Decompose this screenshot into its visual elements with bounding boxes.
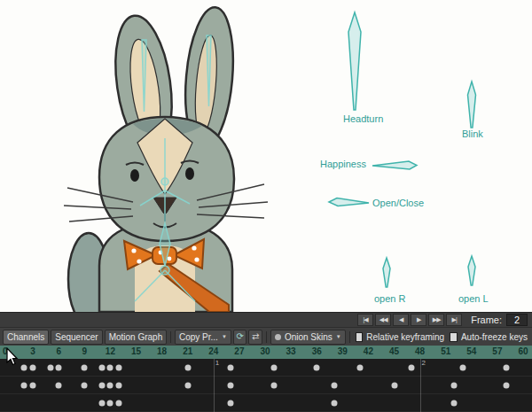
keyframe-dot[interactable] [391, 383, 397, 389]
open-l-control[interactable] [468, 256, 475, 285]
blink-control[interactable] [468, 82, 476, 128]
keyframe-dot[interactable] [451, 400, 458, 407]
keyframe-dot[interactable] [82, 365, 88, 371]
relative-keyframing-checkbox[interactable] [356, 332, 364, 342]
headturn-control[interactable] [348, 12, 361, 110]
open-r-label: open R [374, 293, 405, 304]
chevron-down-icon: ▼ [336, 334, 341, 339]
copy-previous-dropdown[interactable]: Copy Pr... ▼ [175, 330, 231, 345]
openclose-control[interactable] [329, 198, 369, 206]
frame-ruler[interactable]: 03691215182124273033363942454851545760 [0, 346, 532, 359]
ruler-number: 15 [131, 346, 141, 356]
ruler-number: 9 [82, 346, 88, 356]
keyframe-dot[interactable] [228, 365, 234, 371]
onion-skins-label: Onion Skins [285, 332, 332, 342]
ruler-number: 24 [208, 346, 218, 356]
ruler-number: 21 [183, 346, 192, 356]
keyframe-dot[interactable] [116, 400, 122, 407]
keyframe-dot[interactable] [107, 365, 113, 371]
keyframe-dot[interactable] [30, 383, 36, 389]
transport-buttons: |◀◀◀◀▶▶▶▶| [357, 314, 462, 326]
open-r-control[interactable] [383, 258, 390, 287]
step-back-button[interactable]: ◀ [393, 314, 409, 326]
ruler-number: 42 [364, 346, 373, 356]
tab-sequencer[interactable]: Sequencer [51, 330, 102, 345]
ruler-number: 48 [415, 346, 425, 356]
keyframe-dot[interactable] [228, 383, 234, 389]
keyframe-dot[interactable] [30, 365, 36, 371]
keyframe-dot[interactable] [107, 383, 113, 389]
onion-skin-icon [275, 334, 281, 340]
keyframe-dot[interactable] [184, 365, 191, 371]
keyframe-dot[interactable] [460, 365, 466, 371]
swap-icon[interactable]: ⇄ [248, 330, 262, 345]
toolbar-divider [349, 331, 350, 343]
keyframe-dot[interactable] [21, 383, 27, 389]
keyframe-dot[interactable] [408, 365, 414, 371]
eye-right [185, 167, 194, 180]
blink-label: Blink [462, 128, 483, 139]
keyframe-dot[interactable] [116, 383, 122, 389]
timeline-toolbar: Channels Sequencer Motion Graph Copy Pr.… [0, 327, 532, 346]
onion-skins-dropdown[interactable]: Onion Skins ▼ [270, 330, 346, 345]
keyframe-dot[interactable] [503, 365, 509, 371]
keyframe-dot[interactable] [228, 400, 234, 407]
tab-channels[interactable]: Channels [3, 330, 49, 345]
keyframe-dot[interactable] [56, 365, 62, 371]
ruler-number: 6 [56, 346, 61, 356]
beat-marker: 2 [420, 359, 421, 412]
jump-end-button[interactable]: ▶| [446, 314, 462, 326]
keyframe-dot[interactable] [184, 383, 191, 389]
keyframe-dot[interactable] [21, 365, 27, 371]
keyframe-dot[interactable] [270, 365, 277, 371]
toolbar-divider [170, 331, 171, 343]
ruler-number: 18 [157, 346, 167, 356]
keyframe-dot[interactable] [116, 365, 122, 371]
ruler-number: 57 [492, 346, 502, 356]
keyframe-dot[interactable] [98, 383, 105, 389]
canvas-area[interactable]: Headturn Blink Happiness Open/Close open… [0, 0, 532, 312]
copy-previous-label: Copy Pr... [179, 332, 218, 342]
ruler-number: 51 [441, 346, 450, 356]
ruler-number: 33 [286, 346, 296, 356]
mouse-cursor [5, 347, 20, 367]
keyframe-dot[interactable] [331, 383, 337, 389]
keyframe-dot[interactable] [270, 383, 277, 389]
openclose-label: Open/Close [372, 198, 424, 208]
keyframe-dot[interactable] [98, 400, 105, 407]
keyframe-dot[interactable] [107, 400, 113, 407]
fast-forward-button[interactable]: ▶▶ [428, 314, 444, 326]
keyframe-dot[interactable] [82, 383, 88, 389]
transport-bar: |◀◀◀◀▶▶▶▶| Frame: 2 [0, 312, 532, 327]
jump-start-button[interactable]: |◀ [357, 314, 373, 326]
keyframe-dot[interactable] [314, 365, 320, 371]
happiness-label: Happiness [320, 159, 366, 169]
keyframe-dot[interactable] [503, 383, 509, 389]
keyframe-dot[interactable] [451, 383, 458, 389]
eye-left [130, 169, 139, 182]
canvas-artwork [0, 0, 532, 312]
rewind-button[interactable]: ◀◀ [375, 314, 391, 326]
toolbar-divider [266, 331, 267, 343]
beat-marker: 1 [214, 359, 215, 412]
auto-freeze-checkbox[interactable] [450, 332, 458, 342]
rabbit-character[interactable] [64, 5, 268, 312]
keyframe-dot[interactable] [98, 365, 105, 371]
relative-keyframing-label: Relative keyframing [366, 332, 444, 342]
ruler-number: 12 [106, 346, 115, 356]
ruler-number: 30 [260, 346, 270, 356]
auto-freeze-label: Auto-freeze keys [461, 332, 528, 342]
happiness-control[interactable] [372, 161, 417, 169]
frame-number-field[interactable]: 2 [506, 314, 528, 326]
keyframe-dot[interactable] [56, 383, 62, 389]
frame-label: Frame: [471, 315, 502, 325]
keyframe-dot[interactable] [331, 400, 337, 407]
keyframe-dot[interactable] [356, 365, 363, 371]
keyframe-dot[interactable] [47, 365, 53, 371]
tab-motion-graph[interactable]: Motion Graph [105, 330, 168, 345]
step-forward-button[interactable]: ▶ [411, 314, 426, 326]
keyframe-tracks[interactable]: 12 [0, 359, 532, 412]
cycle-icon[interactable]: ⟳ [233, 330, 247, 345]
ruler-number: 36 [312, 346, 322, 356]
chevron-down-icon: ▼ [222, 334, 227, 339]
